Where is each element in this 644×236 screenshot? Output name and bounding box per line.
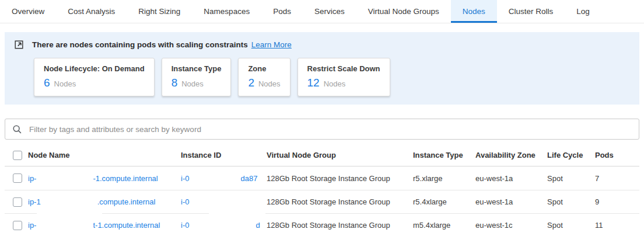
redaction-box	[189, 199, 253, 204]
card-title: Instance Type	[172, 64, 222, 73]
card-count: 2	[248, 77, 254, 89]
constraint-card-node-lifecycle[interactable]: Node Lifecycle: On Demand 6 Nodes	[34, 58, 155, 96]
card-title: Restrict Scale Down	[307, 64, 380, 73]
redaction-box	[36, 175, 93, 181]
constraint-cards: Node Lifecycle: On Demand 6 Nodes Instan…	[34, 58, 630, 96]
tab-namespaces[interactable]: Namespaces	[192, 0, 261, 23]
column-header-virtual-node-group[interactable]: Virtual Node Group	[267, 151, 413, 159]
card-count: 12	[307, 77, 320, 89]
scaling-constraints-banner: There are nodes containing pods with sca…	[5, 32, 639, 105]
tab-services[interactable]: Services	[303, 0, 356, 23]
search-input[interactable]	[28, 124, 632, 134]
instance-id-prefix: i-0	[181, 197, 189, 206]
node-name-suffix: .compute.internal	[97, 197, 156, 206]
node-name-suffix: -1.compute.internal	[93, 174, 158, 183]
column-header-instance-id[interactable]: Instance ID	[181, 151, 267, 159]
row-checkbox[interactable]	[13, 173, 22, 183]
node-name-link[interactable]: ip-t-1.compute.internal	[28, 221, 160, 230]
node-name-prefix: ip-1	[28, 197, 41, 206]
node-name-link[interactable]: ip-1.compute.internal	[28, 197, 155, 206]
learn-more-link[interactable]: Learn More	[251, 40, 292, 49]
tab-right-sizing[interactable]: Right Sizing	[127, 0, 192, 23]
redaction-box	[189, 222, 256, 228]
tab-pods[interactable]: Pods	[261, 0, 303, 23]
instance-type-cell: r5.4xlarge	[413, 197, 475, 206]
instance-id-link[interactable]: i-0	[181, 197, 253, 206]
scale-up-icon	[14, 39, 24, 50]
column-header-life-cycle[interactable]: Life Cycle	[547, 151, 595, 159]
tab-nodes[interactable]: Nodes	[451, 0, 497, 23]
card-title: Zone	[248, 64, 280, 73]
virtual-node-group-cell: 128Gb Root Storage Instance Group	[267, 197, 413, 206]
table-header: Node Name Instance ID Virtual Node Group…	[5, 144, 639, 166]
virtual-node-group-cell: 128Gb Root Storage Instance Group	[267, 174, 413, 183]
nodes-table: Node Name Instance ID Virtual Node Group…	[5, 144, 639, 236]
table-row: ip-t-1.compute.internal i-0d 128Gb Root …	[5, 213, 639, 236]
card-unit: Nodes	[258, 78, 281, 90]
column-header-instance-type[interactable]: Instance Type	[413, 151, 475, 159]
tab-log[interactable]: Log	[565, 0, 601, 23]
instance-type-cell: r5.xlarge	[413, 174, 475, 183]
redaction-box	[36, 222, 93, 228]
constraint-card-instance-type[interactable]: Instance Type 8 Nodes	[162, 58, 232, 96]
redaction-box	[189, 175, 240, 181]
constraint-card-restrict-scale-down[interactable]: Restrict Scale Down 12 Nodes	[298, 58, 390, 96]
card-count: 8	[172, 77, 178, 89]
column-header-availability-zone[interactable]: Availability Zone	[475, 151, 547, 159]
card-unit: Nodes	[324, 78, 346, 90]
virtual-node-group-cell: 128Gb Root Storage Instance Group	[267, 221, 413, 230]
node-name-link[interactable]: ip--1.compute.internal	[28, 174, 158, 183]
card-unit: Nodes	[181, 78, 204, 90]
instance-id-prefix: i-0	[181, 174, 189, 183]
tab-bar: Overview Cost Analysis Right Sizing Name…	[0, 0, 644, 23]
card-count: 6	[44, 77, 50, 89]
column-header-pods[interactable]: Pods	[595, 151, 639, 159]
availability-zone-cell: eu-west-1a	[475, 197, 547, 206]
filter-bar	[5, 119, 639, 140]
tab-cluster-rolls[interactable]: Cluster Rolls	[497, 0, 565, 23]
tab-cost-analysis[interactable]: Cost Analysis	[56, 0, 127, 23]
instance-id-suffix: da87	[240, 174, 257, 183]
pods-cell: 9	[595, 197, 639, 206]
redaction-box	[37, 213, 102, 214]
row-checkbox[interactable]	[13, 221, 22, 230]
instance-id-suffix: d	[256, 221, 260, 230]
availability-zone-cell: eu-west-1a	[475, 174, 547, 183]
instance-id-link[interactable]: i-0da87	[181, 174, 257, 183]
table-row: ip-1.compute.internal i-0 128Gb Root Sto…	[5, 190, 639, 213]
search-icon	[12, 124, 22, 134]
node-name-prefix: ip-	[28, 221, 36, 230]
instance-id-prefix: i-0	[181, 221, 189, 230]
life-cycle-cell: Spot	[547, 221, 595, 230]
table-row: ip--1.compute.internal i-0da87 128Gb Roo…	[5, 166, 639, 190]
instance-id-link[interactable]: i-0d	[181, 221, 260, 230]
pods-cell: 11	[595, 221, 639, 230]
life-cycle-cell: Spot	[547, 174, 595, 183]
availability-zone-cell: eu-west-1c	[475, 221, 547, 230]
node-name-suffix: t-1.compute.internal	[93, 221, 160, 230]
life-cycle-cell: Spot	[547, 197, 595, 206]
pods-cell: 7	[595, 174, 639, 183]
select-all-checkbox[interactable]	[13, 151, 22, 160]
redaction-box	[209, 213, 265, 214]
tab-virtual-node-groups[interactable]: Virtual Node Groups	[356, 0, 451, 23]
instance-type-cell: m5.4xlarge	[413, 221, 475, 230]
row-checkbox[interactable]	[13, 197, 22, 207]
redaction-box	[41, 199, 97, 204]
card-title: Node Lifecycle: On Demand	[44, 64, 145, 73]
column-header-node-name[interactable]: Node Name	[28, 151, 181, 159]
node-name-prefix: ip-	[28, 174, 36, 183]
banner-message: There are nodes containing pods with sca…	[32, 40, 248, 49]
tab-overview[interactable]: Overview	[0, 0, 56, 23]
card-unit: Nodes	[54, 78, 76, 90]
constraint-card-zone[interactable]: Zone 2 Nodes	[238, 58, 290, 96]
